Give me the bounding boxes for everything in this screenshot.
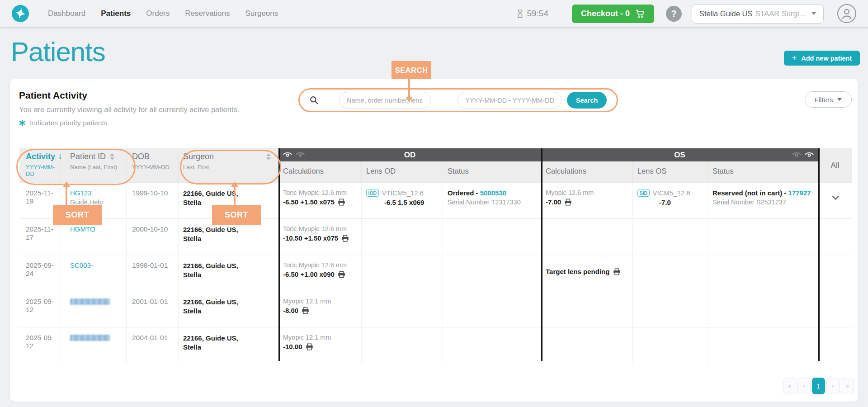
table-row: 2025-09-12 2004-01-01 22166, Guide US,St… xyxy=(19,327,852,363)
cell-surgeon: 22166, Guide US,Stella xyxy=(179,255,278,291)
plus-icon: + xyxy=(792,53,797,63)
print-icon[interactable] xyxy=(341,235,349,242)
search-annotation-badge: SEARCH xyxy=(392,61,431,79)
pagination-last-button[interactable]: » xyxy=(841,378,854,394)
reservation-number-link[interactable]: 177927 xyxy=(788,189,811,197)
print-icon[interactable] xyxy=(613,268,621,275)
panel-heading: Patient Activity xyxy=(19,90,87,101)
cell-od-calculations: Myopic 12.1 mm -10.00 xyxy=(278,327,362,363)
search-icon xyxy=(310,96,318,104)
priority-asterisk-icon xyxy=(19,120,25,126)
activity-header-sub: YYYY-MM-DD xyxy=(26,164,61,177)
pagination-prev-button[interactable]: ‹ xyxy=(797,378,811,394)
column-header-patient-id[interactable]: Patient ID Name (Last, First) xyxy=(61,148,127,182)
expand-row-chevron-icon[interactable] xyxy=(832,195,840,200)
cell-activity: 2025-11-19 xyxy=(19,183,61,218)
cell-od-calculations: Myopic 12.1 mm -8.00 xyxy=(278,291,362,327)
column-header-activity[interactable]: Activity YYYY-MM-DD xyxy=(19,148,61,182)
table-row: 2025-09-12 2001-01-01 22166, Guide US,St… xyxy=(19,291,852,327)
add-new-patient-label: Add new patient xyxy=(801,55,852,62)
panel-subtitle: You are currently viewing all activity f… xyxy=(19,105,239,114)
patient-header-label: Patient ID xyxy=(70,152,106,161)
os-show-eye-icon[interactable] xyxy=(805,151,814,157)
pagination-first-button[interactable]: « xyxy=(783,378,796,394)
cell-patient: SC003- xyxy=(61,255,127,291)
cell-expand xyxy=(818,183,852,218)
help-button[interactable]: ? xyxy=(666,6,682,22)
cell-os-lens xyxy=(633,219,708,255)
cell-dob: 1998-01-01 xyxy=(127,255,179,291)
cell-surgeon: 22166, Guide US,Stella xyxy=(179,291,278,327)
patient-id-link[interactable]: SC003- xyxy=(70,261,123,269)
cell-os-calculations xyxy=(541,291,633,327)
lens-sid-badge: SID xyxy=(637,189,650,197)
cell-expand xyxy=(818,255,852,291)
account-selector[interactable]: Stella Guide US STAAR Surgi... xyxy=(692,4,824,24)
cell-od-lens xyxy=(362,219,443,255)
table-row: 2025-11-17 HGMTO 2000-10-10 22166, Guide… xyxy=(19,218,852,255)
cell-od-calculations: Toric Myopic 12.6 mm -10.50 +1.50 x075 xyxy=(278,219,362,255)
redacted-patient-name[interactable] xyxy=(70,335,110,341)
cell-activity: 2025-11-17 xyxy=(19,219,61,255)
print-icon[interactable] xyxy=(564,199,572,206)
patient-id-link[interactable]: HG123 xyxy=(70,189,123,197)
patient-header-sub: Name (Last, First) xyxy=(70,164,126,170)
redacted-patient-name[interactable] xyxy=(70,298,110,305)
cell-od-lens: IOD VTICM5_12.6 -6.5 1.5 x069 xyxy=(362,183,443,218)
sort-arrows-patient-id[interactable] xyxy=(110,153,114,160)
od-show-eye-icon[interactable] xyxy=(283,151,292,157)
sort-arrows-surgeon[interactable] xyxy=(266,153,271,160)
cart-icon xyxy=(635,9,645,18)
filters-button[interactable]: Filters xyxy=(805,91,852,108)
od-calculations-header: Calculations xyxy=(278,161,362,182)
order-number-link[interactable]: 5000530 xyxy=(480,189,506,197)
od-hide-eye-icon[interactable] xyxy=(296,151,305,157)
cell-od-lens xyxy=(362,291,443,327)
os-hide-eye-icon[interactable] xyxy=(792,151,801,157)
staar-logo-icon[interactable] xyxy=(12,5,29,22)
print-icon[interactable] xyxy=(338,199,345,206)
column-header-surgeon[interactable]: Surgeon Last, First xyxy=(179,148,278,182)
main-nav: Dashboard Patients Orders Reservations S… xyxy=(48,9,278,18)
print-icon[interactable] xyxy=(306,343,313,350)
cell-od-calculations: Toric Myopic 12.6 mm -6.50 +1.00 x090 xyxy=(278,255,362,291)
add-new-patient-button[interactable]: + Add new patient xyxy=(784,51,860,66)
patient-id-link[interactable]: HGMTO xyxy=(70,225,123,233)
os-status-header: Status xyxy=(708,161,818,182)
nav-item-dashboard[interactable]: Dashboard xyxy=(48,9,85,18)
session-timer-value: 59:54 xyxy=(527,9,548,19)
nav-item-surgeons[interactable]: Surgeons xyxy=(245,9,278,18)
nav-item-patients[interactable]: Patients xyxy=(101,9,131,18)
cell-os-calculations xyxy=(541,219,633,255)
table-row: 2025-09-24 SC003- 1998-01-01 22166, Guid… xyxy=(19,255,852,291)
cell-os-status xyxy=(708,327,818,363)
cell-od-status xyxy=(443,219,541,255)
column-header-all[interactable]: All xyxy=(818,148,852,182)
pagination-next-button[interactable]: › xyxy=(826,378,840,394)
search-input[interactable] xyxy=(339,92,431,109)
od-group-header: OD xyxy=(278,148,541,161)
column-header-dob[interactable]: DOB YYYY-MM-DD xyxy=(127,148,179,182)
dob-header-sub: YYYY-MM-DD xyxy=(132,164,178,170)
search-button[interactable]: Search xyxy=(567,92,607,109)
checkout-button[interactable]: Checkout - 0 xyxy=(572,5,654,23)
cell-surgeon: 22166, Guide US,Stella xyxy=(179,183,278,218)
top-nav: Dashboard Patients Orders Reservations S… xyxy=(0,0,868,27)
print-icon[interactable] xyxy=(302,307,309,314)
pagination-page-1-button[interactable]: 1 xyxy=(812,378,825,394)
cell-os-calculations: Target lens pending xyxy=(541,255,633,291)
cell-activity: 2025-09-24 xyxy=(19,255,61,291)
date-range-input[interactable] xyxy=(458,92,561,109)
cell-activity: 2025-09-12 xyxy=(19,291,61,327)
patient-activity-panel: Patient Activity You are currently viewi… xyxy=(10,79,858,402)
page-title: Patients xyxy=(11,36,105,67)
cell-os-status xyxy=(708,291,818,327)
nav-item-orders[interactable]: Orders xyxy=(146,9,170,18)
cell-os-status xyxy=(708,255,818,291)
nav-item-reservations[interactable]: Reservations xyxy=(185,9,230,18)
print-icon[interactable] xyxy=(338,271,345,278)
cell-expand xyxy=(818,327,852,363)
person-icon xyxy=(840,7,854,20)
user-avatar[interactable] xyxy=(837,4,856,23)
cell-od-status: Ordered - 5000530 Serial Number T2317330 xyxy=(443,183,541,218)
